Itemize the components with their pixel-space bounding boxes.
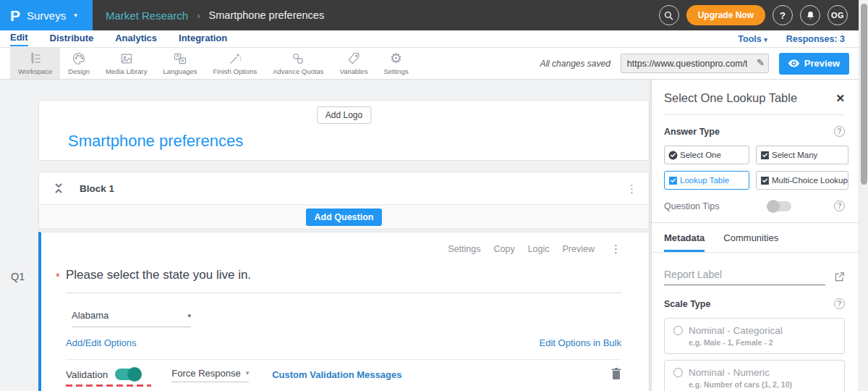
survey-title[interactable]: Smartphone preferences <box>68 132 243 151</box>
add-question-button[interactable]: Add Question <box>306 209 383 226</box>
breadcrumb-separator-icon: › <box>197 10 200 21</box>
answer-dropdown-value: Alabama <box>72 310 109 321</box>
toolbar-item-advance-quotas[interactable]: Advance Quotas <box>265 48 331 79</box>
answer-type-multi-choice-lookup[interactable]: Multi-Choice Lookup <box>756 171 848 190</box>
topbar-actions: Upgrade Now ? OG <box>659 5 848 25</box>
breadcrumb-current: Smartphone preferences <box>209 9 325 21</box>
tab-distribute[interactable]: Distribute <box>50 33 94 46</box>
question-text[interactable]: Please select the state you live in. <box>66 268 621 293</box>
editor-toolbar: Workspace Design Media Library Languages… <box>0 48 868 80</box>
close-icon[interactable]: ✕ <box>835 92 845 105</box>
tools-menu[interactable]: Tools ▾ <box>738 34 767 44</box>
check-square-icon <box>668 176 678 185</box>
custom-validation-messages-link[interactable]: Custom Validation Messages <box>272 369 401 380</box>
scale-type-header: Scale Type ? <box>664 298 845 309</box>
question-settings-link[interactable]: Settings <box>448 244 480 254</box>
breadcrumb-folder[interactable]: Market Research <box>106 9 188 22</box>
chevron-down-icon: ▾ <box>764 36 767 43</box>
toggle-knob <box>127 367 142 382</box>
search-button[interactable] <box>659 5 679 25</box>
check-square-icon <box>760 151 770 160</box>
notifications-button[interactable] <box>800 5 820 25</box>
chain-links-icon <box>291 51 305 66</box>
help-circle-icon[interactable]: ? <box>834 126 845 137</box>
panel-tabs: Metadata Communities <box>652 223 859 253</box>
product-switcher[interactable]: P Surveys ▾ <box>0 0 93 30</box>
validation-toggle[interactable] <box>115 369 141 380</box>
preview-button[interactable]: Preview <box>779 53 849 75</box>
chevron-down-icon: ▾ <box>74 12 77 19</box>
scale-option-nominal-categorical[interactable]: Nominal - Categorical e.g. Male - 1, Fem… <box>664 318 845 354</box>
page-scrollbar[interactable] <box>859 0 868 391</box>
add-logo-button[interactable]: Add Logo <box>317 106 371 124</box>
toolbar-item-design[interactable]: Design <box>60 48 98 79</box>
tab-communities[interactable]: Communities <box>723 232 778 252</box>
tab-metadata[interactable]: Metadata <box>664 232 705 252</box>
block-title[interactable]: Block 1 <box>80 183 114 194</box>
question-actions: Settings Copy Logic Preview ⋮ <box>66 232 621 254</box>
force-response-dropdown[interactable]: Force Response ▾ <box>171 368 249 382</box>
question-logic-link[interactable]: Logic <box>528 244 550 254</box>
scale-option-nominal-numeric[interactable]: Nominal - Numeric e.g. Number of cars (1… <box>664 360 845 391</box>
question-text-row: * Please select the state you live in. <box>66 268 621 293</box>
app-window: P Surveys ▾ Market Research › Smartphone… <box>0 0 868 391</box>
question-tips-toggle[interactable] <box>768 201 791 211</box>
question-tips-row: Question Tips ? <box>664 201 845 211</box>
translate-icon <box>173 51 187 66</box>
edit-url-pencil-icon[interactable]: ✎ <box>757 57 765 68</box>
chevron-down-icon: ▾ <box>246 369 250 377</box>
tab-integration[interactable]: Integration <box>179 33 227 46</box>
delete-question-trash-icon[interactable] <box>611 368 621 382</box>
answer-type-lookup-table[interactable]: Lookup Table <box>664 171 749 190</box>
panel-title: Select One Lookup Table <box>664 91 797 105</box>
gear-icon: ⚙ <box>390 51 402 66</box>
answer-type-select-one[interactable]: Select One <box>664 146 749 164</box>
tab-edit[interactable]: Edit <box>10 32 28 46</box>
question-card: Settings Copy Logic Preview ⋮ * Please s… <box>38 232 650 391</box>
check-square-icon <box>760 176 770 185</box>
scrollbar-thumb[interactable] <box>861 4 867 185</box>
collapse-block-icon[interactable] <box>54 182 64 194</box>
toolbar-right: All changes saved ✎ Preview <box>540 48 849 79</box>
toolbar-item-languages[interactable]: Languages <box>155 48 205 79</box>
magic-wand-icon <box>228 51 242 66</box>
responses-link[interactable]: Responses: 3 <box>786 34 845 44</box>
question-menu-kebab-icon[interactable]: ⋮ <box>610 243 621 254</box>
answer-type-options: Select One Select Many Lookup Table Mult… <box>664 146 845 190</box>
question-copy-link[interactable]: Copy <box>493 244 514 254</box>
add-edit-options-link[interactable]: Add/Edit Options <box>66 337 137 348</box>
question-preview-link[interactable]: Preview <box>563 244 595 254</box>
external-link-icon[interactable] <box>834 272 845 282</box>
toolbar-item-media-library[interactable]: Media Library <box>98 48 156 79</box>
help-circle-icon[interactable]: ? <box>834 201 845 211</box>
user-avatar[interactable]: OG <box>827 5 848 25</box>
panel-header: Select One Lookup Table ✕ <box>664 91 845 105</box>
answer-dropdown[interactable]: Alabama ▾ <box>72 310 191 327</box>
question-number-label: Q1 <box>11 271 25 282</box>
nav-right-links: Tools ▾ Responses: 3 <box>738 34 845 44</box>
help-button[interactable]: ? <box>773 5 793 25</box>
tab-analytics[interactable]: Analytics <box>115 33 157 46</box>
workspace-icon <box>28 51 43 66</box>
upgrade-now-button[interactable]: Upgrade Now <box>686 5 765 25</box>
block-menu-kebab-icon[interactable]: ⋮ <box>626 183 637 194</box>
report-label-input[interactable] <box>664 269 825 285</box>
scale-type-label: Scale Type <box>664 299 710 309</box>
validation-control: Validation <box>66 369 141 387</box>
report-label-row <box>664 269 845 285</box>
toolbar-item-settings[interactable]: ⚙ Settings <box>375 48 416 79</box>
toolbar-item-finish-options[interactable]: Finish Options <box>205 48 265 79</box>
product-name: Surveys <box>27 9 66 22</box>
survey-url-input[interactable] <box>621 54 750 72</box>
question-option-links: Add/Edit Options Edit Options in Bulk <box>66 337 621 348</box>
bell-icon <box>806 11 815 20</box>
toolbar-item-workspace[interactable]: Workspace <box>10 48 60 79</box>
help-circle-icon[interactable]: ? <box>834 298 845 309</box>
toolbar-item-variables[interactable]: Variables <box>332 48 376 79</box>
answer-type-select-many[interactable]: Select Many <box>756 146 848 164</box>
tag-icon <box>346 51 361 66</box>
check-circle-icon <box>668 151 678 160</box>
questionpro-logo-icon: P <box>10 8 20 23</box>
panel-divider <box>664 114 845 115</box>
edit-options-in-bulk-link[interactable]: Edit Options in Bulk <box>540 337 621 348</box>
